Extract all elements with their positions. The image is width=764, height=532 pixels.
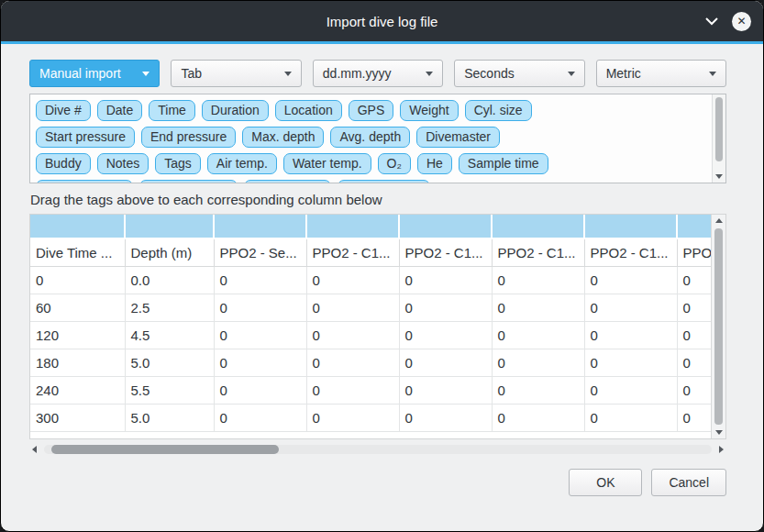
dropdown-dd-mm-yyyy[interactable]: dd.mm.yyyy <box>313 60 443 87</box>
table-cell: 0 <box>492 349 584 376</box>
tag-water-temp[interactable]: Water temp. <box>283 153 371 174</box>
tag-date[interactable]: Date <box>97 100 143 121</box>
table-cell: 2.5 <box>125 294 214 321</box>
ok-button[interactable]: OK <box>569 469 642 496</box>
table-cell: 0 <box>30 266 125 294</box>
table-cell: 0 <box>677 376 711 404</box>
dropdown-value: Manual import <box>39 66 121 81</box>
titlebar-actions <box>705 1 751 41</box>
tag-gps[interactable]: GPS <box>349 100 394 121</box>
table-cell: 0 <box>584 321 677 349</box>
tag-avg-depth[interactable]: Avg. depth <box>330 127 410 148</box>
tag-divemaster[interactable]: Divemaster <box>416 127 500 148</box>
tag-rows: Dive #DateTimeDurationLocationGPSWeightC… <box>36 100 705 183</box>
table-cell: 120 <box>30 321 125 349</box>
tag-scrollbar-thumb[interactable] <box>715 97 723 161</box>
vertical-scrollbar-thumb[interactable] <box>714 228 723 425</box>
tag-cyl-size[interactable]: Cyl. size <box>465 100 532 121</box>
table-cell: 0 <box>214 404 306 431</box>
close-button[interactable] <box>732 12 751 31</box>
preview-table-area: Dive Time ...Depth (m)PPO2 - Se...PPO2 -… <box>29 214 726 439</box>
dropdown-seconds[interactable]: Seconds <box>454 60 584 87</box>
drop-target-cell[interactable] <box>677 215 711 238</box>
table-cell: 0 <box>677 349 711 376</box>
column-header: Depth (m) <box>125 238 214 266</box>
chevron-down-icon <box>426 72 433 76</box>
cancel-button[interactable]: Cancel <box>651 469 726 496</box>
table-cell: 0 <box>677 404 711 431</box>
dropdown-value: Seconds <box>464 66 514 81</box>
chevron-down-icon <box>568 72 575 76</box>
column-header: PPO2 - C1... <box>306 238 399 266</box>
vertical-scrollbar[interactable] <box>711 215 725 438</box>
tag-panel-scrollbar[interactable] <box>712 94 725 183</box>
table-cell: 5.0 <box>125 349 214 376</box>
table-cell: 0 <box>399 321 492 349</box>
table-cell: 0 <box>492 404 584 431</box>
tag-air-temp[interactable]: Air temp. <box>207 153 277 174</box>
table-cell: 0.0 <box>125 266 214 294</box>
table-row: 2405.5000000 <box>30 376 711 404</box>
tag-dive[interactable]: Dive # <box>36 100 91 121</box>
drop-target-cell[interactable] <box>30 215 125 238</box>
tag-duration[interactable]: Duration <box>202 100 269 121</box>
scroll-left-icon[interactable] <box>32 446 37 453</box>
table-cell: 0 <box>214 266 306 294</box>
tag-end-pressure[interactable]: End pressure <box>141 127 236 148</box>
scroll-down-icon[interactable] <box>715 430 723 435</box>
tag-location[interactable]: Location <box>275 100 342 121</box>
tag-he[interactable]: He <box>417 153 452 174</box>
tag-sample-cns[interactable]: Sample CNS <box>338 180 430 183</box>
horizontal-scrollbar-thumb[interactable] <box>51 445 279 454</box>
tag-sample-po[interactable]: Sample pO₂ <box>244 180 331 183</box>
drop-target-cell[interactable] <box>125 215 214 238</box>
chevron-down-icon[interactable] <box>705 17 718 26</box>
tag-sample-time[interactable]: Sample time <box>459 153 548 174</box>
titlebar[interactable]: Import dive log file <box>1 1 763 41</box>
tag-panel: Dive #DateTimeDurationLocationGPSWeightC… <box>29 94 726 183</box>
drop-target-cell[interactable] <box>584 215 677 238</box>
dropdown-tab[interactable]: Tab <box>171 60 301 87</box>
table-cell: 0 <box>399 266 492 294</box>
dropdown-metric[interactable]: Metric <box>596 60 726 87</box>
table-cell: 180 <box>30 349 125 376</box>
tag-max-depth[interactable]: Max. depth <box>242 127 324 148</box>
drop-target-cell[interactable] <box>492 215 584 238</box>
horizontal-scrollbar[interactable] <box>29 442 726 457</box>
scroll-down-icon[interactable] <box>715 174 723 179</box>
tag-sample-depth[interactable]: Sample depth <box>36 180 133 183</box>
drop-target-cell[interactable] <box>399 215 492 238</box>
chevron-down-icon <box>709 72 716 76</box>
drop-target-row <box>30 215 711 238</box>
table-cell: 0 <box>306 404 399 431</box>
table-body: 00.0000000602.50000001204.50000001805.00… <box>30 266 711 431</box>
dropdown-value: Tab <box>181 66 202 81</box>
tag-row: BuddyNotesTagsAir temp.Water temp.O₂HeSa… <box>36 153 705 174</box>
table-cell: 0 <box>677 294 711 321</box>
scroll-right-icon[interactable] <box>719 446 724 453</box>
dropdown-manual-import[interactable]: Manual import <box>29 60 160 87</box>
scroll-up-icon[interactable] <box>715 218 723 223</box>
tag-tags[interactable]: Tags <box>155 153 201 174</box>
tag-sample-temp[interactable]: Sample temp. <box>139 180 237 183</box>
table-cell: 0 <box>677 266 711 294</box>
table-cell: 0 <box>214 376 306 404</box>
tag-time[interactable]: Time <box>149 100 195 121</box>
dropdown-value: Metric <box>606 66 641 81</box>
tag-o[interactable]: O₂ <box>378 153 411 174</box>
table-cell: 0 <box>399 349 492 376</box>
column-header: PPO2 <box>677 238 711 266</box>
tag-weight[interactable]: Weight <box>400 100 458 121</box>
table-clip: Dive Time ...Depth (m)PPO2 - Se...PPO2 -… <box>30 215 711 438</box>
table-cell: 0 <box>584 266 677 294</box>
chevron-down-icon <box>142 72 149 76</box>
table-cell: 240 <box>30 376 125 404</box>
table-row: 1805.0000000 <box>30 349 711 376</box>
drop-target-cell[interactable] <box>306 215 399 238</box>
tag-notes[interactable]: Notes <box>97 153 149 174</box>
window-title: Import dive log file <box>327 14 438 29</box>
tag-start-pressure[interactable]: Start pressure <box>36 127 135 148</box>
drop-target-cell[interactable] <box>214 215 306 238</box>
table-cell: 5.0 <box>125 404 214 431</box>
tag-buddy[interactable]: Buddy <box>36 153 91 174</box>
